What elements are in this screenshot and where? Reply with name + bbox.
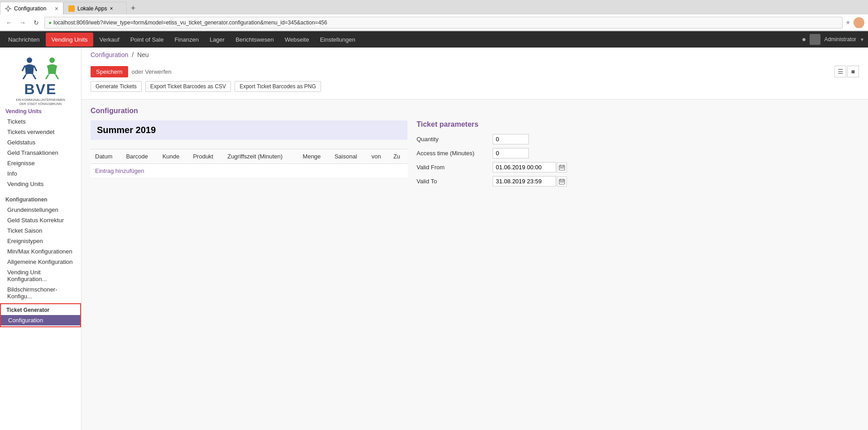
config-right: Ticket parameters Quantity Access time (…	[417, 120, 859, 190]
sidebar-item-tickets[interactable]: Tickets	[0, 116, 81, 127]
col-barcode: Barcode	[121, 149, 158, 164]
view-toggle: ☰ ■	[834, 66, 859, 77]
calendar-icon-2	[559, 178, 565, 185]
svg-point-0	[7, 7, 10, 10]
chat-icon[interactable]: ●	[802, 35, 806, 43]
col-kunde: Kunde	[158, 149, 189, 164]
tab-bar: Configuration × Lokale Apps × +	[0, 0, 868, 14]
config-left: Datum Barcode Kunde Produkt Zugriffszeit…	[91, 120, 408, 190]
svg-rect-20	[560, 182, 561, 182]
add-entry-link[interactable]: Eintrag hinzufügen	[95, 167, 144, 174]
breadcrumb-sep: /	[132, 51, 134, 58]
sidebar-item-configuration[interactable]: Configuration	[1, 315, 80, 325]
valid-from-input[interactable]	[493, 162, 556, 172]
nav-lager[interactable]: Lager	[205, 33, 229, 46]
tab-lokale-apps[interactable]: Lokale Apps ×	[63, 2, 127, 14]
config-table: Datum Barcode Kunde Produkt Zugriffszeit…	[91, 149, 408, 178]
nav-finanzen[interactable]: Finanzen	[170, 33, 203, 46]
nav-verkauf[interactable]: Verkauf	[95, 33, 124, 46]
breadcrumb-current: Neu	[137, 51, 149, 58]
sidebar-item-geld-transaktionen[interactable]: Geld Transaktionen	[0, 148, 81, 158]
logo-container: BVE EIN KOMMUNALUNTERNEHMENDER STADT KÖN…	[11, 57, 70, 97]
quantity-input[interactable]	[493, 134, 529, 144]
logo-subtitle: EIN KOMMUNALUNTERNEHMENDER STADT KÖNIGSB…	[16, 98, 65, 106]
valid-to-wrap	[493, 176, 567, 186]
url-bar[interactable]: ● localhost:8069/web?#view_type=form&mod…	[44, 17, 843, 29]
col-menge: Menge	[298, 149, 330, 164]
nav-point-of-sale[interactable]: Point of Sale	[126, 33, 168, 46]
sidebar-item-ticket-saison[interactable]: Ticket Saison	[0, 225, 81, 236]
valid-from-calendar-button[interactable]	[557, 162, 567, 172]
col-von: von	[367, 149, 389, 164]
valid-to-input[interactable]	[493, 176, 556, 186]
sidebar-item-vending-unit-konfig[interactable]: Vending Unit Konfiguration...	[0, 267, 81, 284]
sidebar-item-ereignistypen[interactable]: Ereignistypen	[0, 236, 81, 246]
export-png-button[interactable]: Export Ticket Barcodes as PNG	[235, 81, 321, 92]
bookmark-icon[interactable]: ★	[845, 19, 851, 26]
param-quantity-row: Quantity	[417, 134, 859, 144]
tab-configuration[interactable]: Configuration ×	[0, 2, 63, 14]
browser-chrome: Configuration × Lokale Apps × + ← → ↻ ● …	[0, 0, 868, 31]
access-time-input[interactable]	[493, 148, 529, 158]
config-name-input[interactable]	[91, 120, 408, 140]
svg-rect-14	[561, 167, 562, 168]
back-button[interactable]: ←	[4, 17, 14, 28]
quantity-label: Quantity	[417, 136, 489, 143]
logo-bve-text: BVE	[24, 81, 57, 98]
tab-configuration-label: Configuration	[14, 5, 46, 12]
list-view-button[interactable]: ☰	[834, 66, 846, 77]
valid-from-wrap	[493, 162, 567, 172]
address-bar: ← → ↻ ● localhost:8069/web?#view_type=fo…	[0, 14, 868, 31]
nav-nachrichten[interactable]: Nachrichten	[4, 33, 44, 46]
discard-label[interactable]: oder Verwerfen	[132, 68, 172, 75]
sidebar-vending-section: Vending Units	[0, 105, 81, 116]
sidebar-item-bildschirmschoner[interactable]: Bildschirmschoner-Konfigu...	[0, 284, 81, 301]
toolbar: Speichern oder Verwerfen ☰ ■	[91, 62, 859, 81]
sidebar-item-allgemeine[interactable]: Allgemeine Konfiguration	[0, 257, 81, 267]
tab-configuration-close[interactable]: ×	[55, 5, 58, 12]
kanban-view-button[interactable]: ■	[847, 66, 859, 77]
tab-lokale-apps-label: Lokale Apps	[77, 5, 107, 12]
svg-rect-15	[563, 167, 564, 168]
nav-user-label[interactable]: Administrator	[824, 36, 856, 43]
svg-rect-13	[560, 167, 561, 168]
tab-gear-icon	[5, 5, 11, 12]
sidebar-item-ereignisse[interactable]: Ereignisse	[0, 158, 81, 168]
sidebar-item-tickets-verwendet[interactable]: Tickets verwendet	[0, 127, 81, 137]
forward-button[interactable]: →	[17, 17, 28, 28]
sidebar-item-geldstatus[interactable]: Geldstatus	[0, 137, 81, 148]
ticket-generator-section-title: Ticket Generator	[1, 305, 80, 315]
tab-apps-icon	[68, 5, 75, 12]
col-saisonal: Saisonal	[330, 149, 367, 164]
save-button[interactable]: Speichern	[91, 66, 128, 77]
param-valid-to-row: Valid To	[417, 176, 859, 186]
nav-berichtswesen[interactable]: Berichtswesen	[231, 33, 278, 46]
tab-lokale-apps-close[interactable]: ×	[110, 5, 113, 12]
col-zu: Zu	[389, 149, 408, 164]
svg-point-8	[49, 57, 55, 63]
sidebar-item-minmax[interactable]: Min/Max Konfigurationen	[0, 246, 81, 257]
sidebar-item-geld-status[interactable]: Geld Status Korrektur	[0, 215, 81, 225]
svg-rect-3	[5, 8, 6, 9]
breadcrumb-parent: Configuration	[91, 51, 128, 58]
svg-rect-2	[8, 10, 9, 12]
export-csv-button[interactable]: Export Ticket Barcodes as CSV	[145, 81, 231, 92]
svg-point-6	[855, 24, 863, 28]
app-nav: Nachrichten Vending Units Verkauf Point …	[0, 31, 868, 48]
nav-webseite[interactable]: Webseite	[280, 33, 314, 46]
nav-einstellungen[interactable]: Einstellungen	[316, 33, 360, 46]
svg-rect-21	[561, 182, 562, 182]
generate-tickets-button[interactable]: Generate Tickets	[91, 81, 142, 92]
valid-to-label: Valid To	[417, 178, 489, 185]
valid-from-label: Valid From	[417, 164, 489, 171]
nav-vending-units[interactable]: Vending Units	[46, 33, 93, 47]
valid-to-calendar-button[interactable]	[557, 177, 567, 186]
sidebar-item-info[interactable]: Info	[0, 168, 81, 179]
breadcrumb: Configuration / Neu	[91, 51, 859, 58]
sidebar-item-vending-units[interactable]: Vending Units	[0, 179, 81, 189]
new-tab-button[interactable]: +	[127, 2, 139, 14]
sidebar-item-grundeinstellungen[interactable]: Grundeinstellungen	[0, 205, 81, 215]
user-avatar	[854, 17, 864, 28]
logo-icons	[20, 57, 61, 79]
refresh-button[interactable]: ↻	[31, 17, 42, 28]
